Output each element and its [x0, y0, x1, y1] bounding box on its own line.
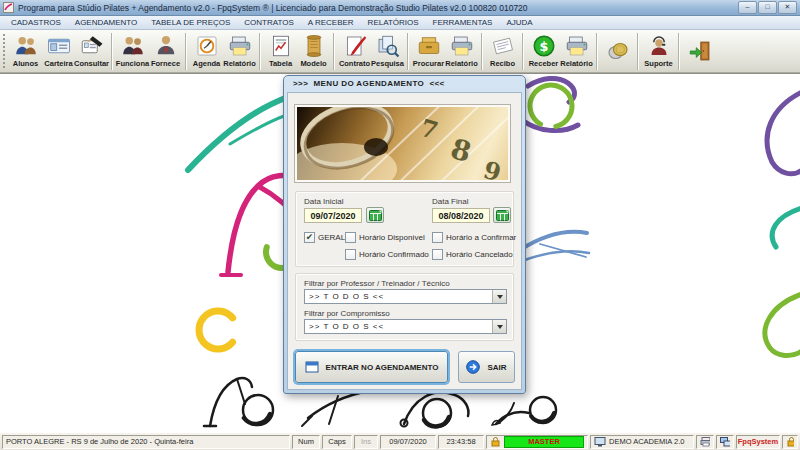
application-window: Programa para Stúdio Pilates + Agendamen… [0, 0, 800, 450]
filters-group: Filtrar por Professor / Treinador / Técn… [295, 273, 514, 341]
arrow-circle-icon [466, 360, 480, 374]
toolbar-button-moedas[interactable] [601, 39, 634, 64]
menu-bar: CADASTROS AGENDAMENTO TABELA DE PREÇOS C… [0, 16, 800, 30]
status-user-badge: MASTER [504, 436, 584, 448]
date-end-field[interactable]: 08/08/2020 [432, 208, 490, 223]
toolbar-button-agenda[interactable]: Agenda [190, 34, 223, 68]
toolbar-button-funciona[interactable]: Funciona [116, 34, 149, 68]
menu-item-cadastros[interactable]: CADASTROS [4, 16, 68, 30]
entrar-agendamento-button[interactable]: ENTRAR NO AGENDAMENTO [295, 351, 448, 383]
dialog-titlebar[interactable]: >>> MENU DO AGENDAMENTO <<< [284, 76, 525, 91]
toolbar-button-relatorio-agenda[interactable]: Relatório [223, 34, 256, 68]
toolbar-button-fornece[interactable]: Fornece [149, 34, 182, 68]
toolbar-button-recibo[interactable]: Recibo [486, 34, 519, 68]
professor-filter-select[interactable]: >> T O D O S << [304, 289, 507, 304]
report-printer-icon [565, 34, 589, 58]
checkbox-box [432, 232, 443, 243]
toolbar-button-modelo[interactable]: Modelo [297, 34, 330, 68]
status-bar: PORTO ALEGRE - RS 9 de Julho de 2020 - Q… [0, 432, 800, 450]
menu-item-a-receber[interactable]: A RECEBER [301, 16, 361, 30]
coins-icon [606, 39, 630, 63]
status-network-cell [716, 435, 734, 449]
toolbar-button-procurar[interactable]: Procurar [412, 34, 445, 68]
toolbar-button-contrato[interactable]: Contrato [338, 34, 371, 68]
toolbar-button-consultar[interactable]: Consultar [75, 34, 108, 68]
svg-text:7: 7 [417, 113, 441, 145]
file-drawer-icon [417, 34, 441, 58]
dropdown-arrow-icon [492, 320, 506, 333]
toolbar-button-pesquisa[interactable]: Pesquisa [371, 34, 404, 68]
toolbar-button-alunos[interactable]: Alunos [9, 34, 42, 68]
status-user-cell: MASTER [486, 435, 588, 449]
checkbox-horario-a-confirmar[interactable]: Horário a Confirmar [432, 232, 516, 243]
workspace: >>> MENU DO AGENDAMENTO <<< 7 8 9 [0, 73, 800, 433]
toolbar-separator [333, 33, 335, 70]
toolbar-button-carteira[interactable]: Carteira [42, 34, 75, 68]
contract-quill-icon [343, 34, 367, 58]
status-system-cell: DEMO ACADEMIA 2.0 [590, 435, 694, 449]
status-printer-cell [696, 435, 714, 449]
table-doc-icon [269, 34, 293, 58]
checkbox-horario-cancelado[interactable]: Horário Cancelado [432, 249, 513, 260]
toolbar-button-sair-app[interactable] [683, 39, 716, 64]
network-monitor-icon [720, 437, 730, 447]
toolbar-button-tabela[interactable]: Tabela [264, 34, 297, 68]
employees-icon [121, 34, 145, 58]
date-start-field[interactable]: 09/07/2020 [304, 208, 362, 223]
toolbar-separator [678, 33, 680, 70]
sair-button[interactable]: SAIR [458, 351, 515, 383]
menu-item-contratos[interactable]: CONTRATOS [237, 16, 300, 30]
report-printer-icon [228, 34, 252, 58]
menu-item-agendamento[interactable]: AGENDAMENTO [68, 16, 145, 30]
computer-icon [594, 437, 606, 447]
toolbar-button-receber[interactable]: $ Receber [527, 34, 560, 68]
dollar-coin-icon: $ [532, 34, 556, 58]
maximize-button[interactable]: □ [758, 1, 777, 14]
status-caps-lock: Caps [322, 435, 352, 449]
toolbar-separator [185, 33, 187, 70]
checkbox-horario-disponivel[interactable]: Horário Disponível [345, 232, 425, 243]
checkbox-box [345, 232, 356, 243]
menu-item-relatorios[interactable]: RELATÓRIOS [361, 16, 426, 30]
status-time: 23:43:58 [438, 435, 484, 449]
menu-item-tabela-de-precos[interactable]: TABELA DE PREÇOS [144, 16, 237, 30]
lock-icon [786, 436, 794, 447]
date-start-calendar-button[interactable] [366, 207, 384, 223]
lock-icon [490, 436, 501, 447]
printer-icon [700, 437, 710, 447]
scroll-icon [302, 34, 326, 58]
checkbox-geral[interactable]: ✔ GERAL [304, 232, 345, 243]
toolbar-separator [522, 33, 524, 70]
close-button[interactable]: ✕ [778, 1, 797, 14]
toolbar-button-relatorio-receber[interactable]: Relatório [560, 34, 593, 68]
dropdown-arrow-icon [492, 290, 506, 303]
dates-group: Data Inicial 09/07/2020 Data Final 08/08… [295, 191, 514, 267]
toolbar-button-relatorio-procurar[interactable]: Relatório [445, 34, 478, 68]
professor-filter-label: Filtrar por Professor / Treinador / Técn… [304, 279, 450, 288]
agenda-icon [195, 34, 219, 58]
supplier-icon [154, 34, 178, 58]
window-titlebar[interactable]: Programa para Stúdio Pilates + Agendamen… [0, 0, 800, 16]
toolbar-separator [111, 33, 113, 70]
compromisso-filter-label: Filtrar por Compromisso [304, 309, 390, 318]
status-lock-cell [782, 435, 798, 449]
toolbar: Alunos Carteira Consultar Funciona Forne… [0, 30, 800, 73]
minimize-button[interactable]: – [738, 1, 757, 14]
students-icon [14, 34, 38, 58]
menu-item-ajuda[interactable]: AJUDA [499, 16, 539, 30]
search-docs-icon [376, 34, 400, 58]
window-icon [305, 361, 319, 373]
dialog-body: 7 8 9 Data Inicial 09/07/2020 Data Final… [287, 92, 522, 390]
toolbar-separator [259, 33, 261, 70]
date-end-calendar-button[interactable] [493, 207, 511, 223]
svg-text:$: $ [539, 39, 548, 54]
status-location: PORTO ALEGRE - RS 9 de Julho de 2020 - Q… [2, 435, 290, 449]
compromisso-filter-select[interactable]: >> T O D O S << [304, 319, 507, 334]
report-printer-icon [450, 34, 474, 58]
support-person-icon [647, 34, 671, 58]
agendamento-dialog: >>> MENU DO AGENDAMENTO <<< 7 8 9 [283, 75, 526, 394]
menu-item-ferramentas[interactable]: FERRAMENTAS [426, 16, 500, 30]
toolbar-button-suporte[interactable]: Suporte [642, 34, 675, 68]
checkbox-horario-confirmado[interactable]: Horário Confirmado [345, 249, 429, 260]
toolbar-separator [637, 33, 639, 70]
